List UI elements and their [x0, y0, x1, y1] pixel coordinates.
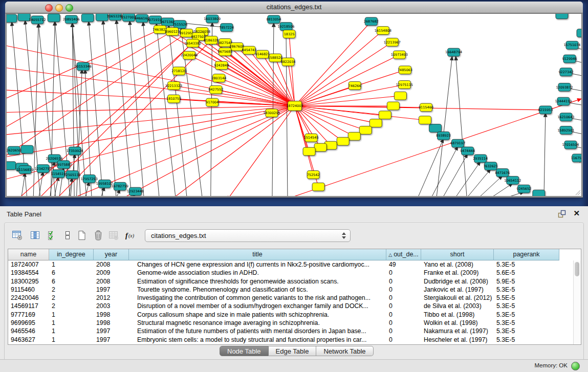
network-edge[interactable]	[103, 20, 116, 196]
network-node[interactable]	[81, 14, 94, 22]
table-row[interactable]: 1456911722003Disruption of a novel membe…	[8, 302, 574, 310]
scrollbar-thumb[interactable]	[575, 262, 579, 276]
network-node[interactable]: 8427552	[208, 85, 223, 94]
network-node[interactable]: 9675685	[217, 48, 232, 56]
network-edge[interactable]	[465, 169, 491, 196]
network-edge[interactable]	[116, 20, 132, 196]
network-node[interactable]: 22420046	[181, 51, 198, 59]
tab-network-table[interactable]: Network Table	[316, 346, 373, 356]
network-node[interactable]: 8454743	[242, 46, 256, 54]
network-node[interactable]	[533, 190, 545, 196]
column-header-out-de-[interactable]: △out_de...	[386, 249, 421, 260]
network-node[interactable]	[419, 116, 431, 124]
table-row[interactable]: 911546021997Tourette syndrome. Phenomeno…	[8, 286, 574, 294]
network-node[interactable]: 19975887	[55, 161, 72, 169]
network-node[interactable]: 17016504	[562, 141, 579, 149]
table-row[interactable]: 1938455462009Genome-wide association stu…	[8, 269, 574, 277]
network-node[interactable]	[21, 145, 33, 154]
network-node[interactable]	[337, 137, 349, 145]
network-node[interactable]	[7, 162, 16, 170]
network-node[interactable]: 1167533	[571, 154, 581, 162]
network-nodes[interactable]: 1405571220891406106532871527002946616110…	[7, 14, 581, 196]
network-node[interactable]	[312, 183, 324, 191]
table-row[interactable]: 946362711997Embryonic stem cells: a mode…	[8, 336, 574, 344]
network-node[interactable]: 20153346	[75, 62, 92, 71]
network-node[interactable]: 10973493	[391, 51, 408, 59]
network-node[interactable]: 16782759	[112, 182, 128, 190]
tab-node-table[interactable]: Node Table	[220, 346, 269, 356]
network-node[interactable]: 10654112	[504, 176, 521, 184]
network-node[interactable]: 19218506	[277, 23, 294, 31]
column-header-title[interactable]: title	[129, 249, 386, 260]
network-edge[interactable]	[430, 146, 458, 196]
network-node[interactable]: 6879197	[450, 139, 465, 147]
table-row[interactable]: 977716911998Corpus callosum shape and si…	[8, 311, 574, 319]
network-edge[interactable]	[227, 106, 295, 196]
table-row[interactable]: 969969511998Structural magnetic resonanc…	[8, 319, 574, 327]
network-edge[interactable]	[211, 23, 212, 196]
network-edge[interactable]	[295, 55, 399, 106]
network-edge[interactable]	[286, 30, 288, 196]
network-node[interactable]: 19958107	[96, 180, 113, 188]
table-row[interactable]: 1830029562008Estimation of significance …	[8, 277, 574, 286]
network-node[interactable]: 12923448	[127, 187, 144, 195]
table-row[interactable]: 2242004622012Investigating the contribut…	[8, 294, 574, 302]
network-edge[interactable]	[129, 21, 144, 196]
network-node[interactable]: 9245652	[516, 185, 531, 193]
network-edge[interactable]	[544, 113, 546, 196]
network-node[interactable]	[387, 102, 399, 110]
network-node[interactable]: 16210643	[557, 113, 574, 121]
network-node[interactable]: 12975115	[396, 81, 413, 89]
tab-edge-table[interactable]: Edge Table	[269, 346, 317, 356]
network-node[interactable]: 14055712	[29, 16, 46, 24]
network-edge[interactable]	[21, 173, 25, 196]
network-edge[interactable]	[89, 21, 103, 196]
network-node[interactable]: 2620650	[7, 146, 21, 155]
table-settings-button[interactable]	[11, 229, 24, 242]
network-node[interactable]: 7632621	[483, 162, 498, 170]
network-node[interactable]: 12444159	[555, 97, 572, 105]
network-node[interactable]: 18300295	[263, 109, 280, 117]
network-edge[interactable]	[488, 183, 513, 196]
network-edge[interactable]	[289, 34, 295, 106]
network-edge[interactable]	[157, 24, 176, 196]
network-node[interactable]: 2718120	[171, 67, 186, 75]
table-scrollbar[interactable]	[573, 260, 581, 344]
network-node[interactable]: 917004	[206, 98, 219, 106]
network-node[interactable]: 9227342	[558, 68, 573, 76]
network-node[interactable]	[577, 29, 581, 37]
network-node[interactable]: 17359924	[67, 147, 83, 155]
citation-network-graph[interactable]: 1405571220891406106532871527002946616110…	[7, 14, 581, 196]
network-node[interactable]: 752542	[307, 171, 320, 179]
network-node[interactable]: 16154808	[375, 27, 391, 35]
network-edge[interactable]	[454, 162, 481, 196]
network-node[interactable]: 18724007	[286, 101, 303, 111]
delete-table-button[interactable]	[92, 229, 105, 242]
network-node[interactable]: 16543382	[184, 39, 201, 47]
network-node[interactable]: 7485063	[398, 66, 412, 74]
network-node[interactable]: 12213323	[165, 82, 182, 90]
network-canvas[interactable]: 1405571220891406106532871527002946616110…	[6, 13, 582, 196]
network-edge[interactable]	[456, 56, 467, 196]
resize-grip[interactable]	[574, 188, 581, 195]
network-node[interactable]: 15751074	[563, 41, 580, 49]
network-node[interactable]	[429, 124, 441, 133]
column-header-short[interactable]: short	[421, 249, 494, 260]
network-edge[interactable]	[171, 106, 295, 196]
show-columns-button[interactable]	[29, 229, 42, 242]
network-edge[interactable]	[295, 106, 354, 136]
network-edge[interactable]	[7, 67, 295, 106]
column-header-in-degree[interactable]: in_degree	[49, 249, 94, 260]
network-node[interactable]: 8813054	[266, 15, 281, 24]
network-node[interactable]: 1810755	[166, 95, 181, 103]
network-node[interactable]: 12505135	[64, 171, 81, 179]
network-node[interactable]	[18, 14, 30, 21]
network-node[interactable]: 2803144	[211, 74, 226, 82]
network-edge[interactable]	[7, 106, 295, 135]
network-node[interactable]: 15892901	[557, 126, 574, 135]
network-node[interactable]: 7857224	[219, 24, 234, 32]
network-node[interactable]: 8938923	[436, 132, 451, 140]
network-node[interactable]: 16648794	[445, 48, 462, 56]
table-row[interactable]: 946554611997Estimation of the future num…	[8, 327, 574, 335]
network-node[interactable]: 9129946	[562, 55, 577, 63]
